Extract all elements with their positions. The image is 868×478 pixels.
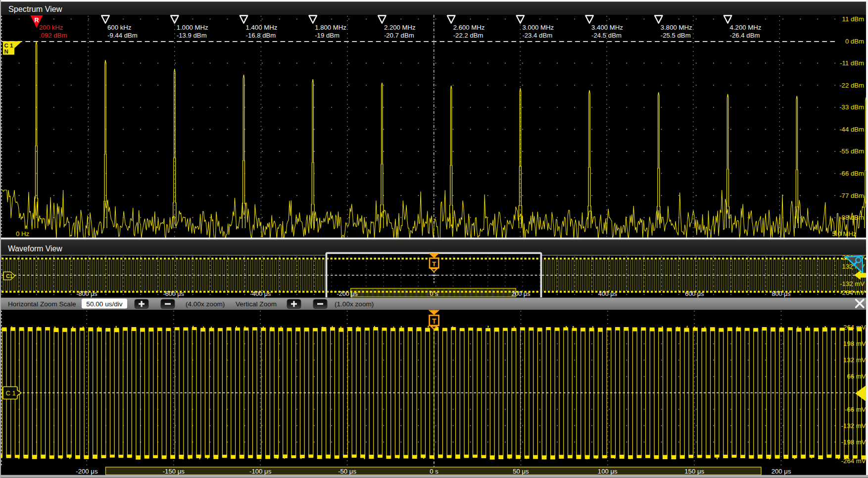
- svg-text:-150 μs: -150 μs: [163, 468, 185, 475]
- svg-text:Horizontal Zoom Scale: Horizontal Zoom Scale: [8, 300, 76, 308]
- svg-text:Waveform View: Waveform View: [8, 244, 62, 253]
- svg-text:132 mV: 132 mV: [843, 356, 866, 364]
- svg-text:200 kHz: 200 kHz: [39, 24, 63, 31]
- svg-text:66 mV: 66 mV: [847, 373, 866, 380]
- svg-text:-50 μs: -50 μs: [338, 468, 356, 475]
- svg-text:-100 μs: -100 μs: [249, 468, 272, 475]
- svg-text:600 kHz: 600 kHz: [107, 24, 131, 31]
- svg-text:0 dBm: 0 dBm: [845, 38, 864, 45]
- svg-text:T: T: [432, 260, 436, 268]
- svg-text:-11 dBm: -11 dBm: [840, 59, 864, 67]
- svg-text:-77 dBm: -77 dBm: [839, 192, 864, 199]
- svg-text:100 μs: 100 μs: [598, 468, 618, 475]
- svg-text:-22 dBm: -22 dBm: [839, 82, 864, 89]
- svg-text:-44 dBm: -44 dBm: [839, 126, 864, 133]
- svg-text:198 mV: 198 mV: [843, 340, 866, 347]
- svg-text:800 μs: 800 μs: [772, 290, 791, 297]
- svg-text:1.000 MHz: 1.000 MHz: [177, 24, 208, 31]
- svg-text:-200 μs: -200 μs: [337, 290, 357, 297]
- svg-text:0 s: 0 s: [430, 290, 438, 297]
- svg-text:2.200 MHz: 2.200 MHz: [384, 24, 416, 31]
- svg-text:0 s: 0 s: [430, 468, 438, 475]
- svg-text:600 μs: 600 μs: [685, 290, 704, 297]
- svg-text:.092 dBm: .092 dBm: [39, 32, 67, 39]
- svg-text:-132 mV: -132 mV: [841, 422, 866, 430]
- svg-text:50.00 us/div: 50.00 us/div: [86, 300, 123, 308]
- svg-text:264 mV: 264 mV: [843, 324, 866, 331]
- svg-text:Spectrum View: Spectrum View: [8, 4, 62, 13]
- svg-text:-600 μs: -600 μs: [163, 290, 184, 297]
- svg-text:-26.4 dBm: -26.4 dBm: [730, 32, 760, 39]
- svg-text:400 μs: 400 μs: [598, 290, 617, 297]
- svg-text:-25.5 dBm: -25.5 dBm: [661, 32, 691, 39]
- svg-text:-88 dBm: -88 dBm: [839, 214, 864, 221]
- svg-text:4.200 MHz: 4.200 MHz: [730, 24, 762, 31]
- svg-text:1.400 MHz: 1.400 MHz: [246, 24, 278, 31]
- svg-text:3.400 MHz: 3.400 MHz: [591, 24, 623, 31]
- svg-text:200 μs: 200 μs: [772, 468, 791, 475]
- svg-text:-800 μs: -800 μs: [76, 290, 97, 297]
- svg-text:2.600 MHz: 2.600 MHz: [453, 24, 485, 31]
- svg-text:C 1: C 1: [6, 389, 16, 397]
- svg-text:200 μs: 200 μs: [511, 290, 530, 297]
- svg-text:3.800 MHz: 3.800 MHz: [661, 24, 692, 31]
- svg-text:-33 dBm: -33 dBm: [839, 103, 864, 111]
- svg-text:C 1: C 1: [4, 43, 14, 48]
- svg-text:-66 mV: -66 mV: [845, 406, 866, 413]
- svg-text:50 μs: 50 μs: [513, 468, 529, 475]
- svg-text:-9.44 dBm: -9.44 dBm: [107, 32, 138, 39]
- svg-text:Vertical Zoom: Vertical Zoom: [236, 300, 277, 308]
- svg-text:-132 mV: -132 mV: [840, 280, 865, 287]
- svg-text:C1: C1: [6, 273, 13, 279]
- svg-text:N: N: [4, 48, 8, 54]
- svg-text:-16.8 dBm: -16.8 dBm: [246, 32, 276, 39]
- svg-text:3.000 MHz: 3.000 MHz: [522, 24, 554, 31]
- svg-text:11 dBm: 11 dBm: [842, 15, 864, 23]
- svg-text:0 Hz: 0 Hz: [16, 230, 29, 238]
- svg-text:5.0 MHz: 5.0 MHz: [832, 230, 857, 238]
- svg-text:-66 dBm: -66 dBm: [839, 170, 864, 177]
- svg-text:-19 dBm: -19 dBm: [315, 32, 339, 39]
- svg-text:-264 mV: -264 mV: [840, 289, 865, 296]
- svg-text:T: T: [432, 317, 436, 325]
- svg-text:-55 dBm: -55 dBm: [839, 147, 864, 155]
- svg-text:-24.5 dBm: -24.5 dBm: [591, 32, 622, 39]
- svg-text:(1.00x zoom): (1.00x zoom): [335, 300, 374, 308]
- svg-text:R: R: [34, 17, 39, 24]
- svg-text:(4.00x zoom): (4.00x zoom): [186, 300, 225, 308]
- svg-text:-198 mV: -198 mV: [841, 438, 866, 446]
- svg-text:-400 μs: -400 μs: [250, 290, 271, 297]
- svg-text:150 μs: 150 μs: [684, 468, 704, 475]
- svg-text:-23.4 dBm: -23.4 dBm: [522, 32, 552, 39]
- svg-text:1.800 MHz: 1.800 MHz: [315, 24, 346, 31]
- svg-text:-13.9 dBm: -13.9 dBm: [177, 32, 207, 39]
- svg-text:-22.2 dBm: -22.2 dBm: [453, 32, 483, 39]
- svg-text:-264 mV: -264 mV: [841, 457, 866, 465]
- svg-text:-20.7 dBm: -20.7 dBm: [384, 32, 414, 39]
- svg-text:-200 μs: -200 μs: [76, 468, 98, 475]
